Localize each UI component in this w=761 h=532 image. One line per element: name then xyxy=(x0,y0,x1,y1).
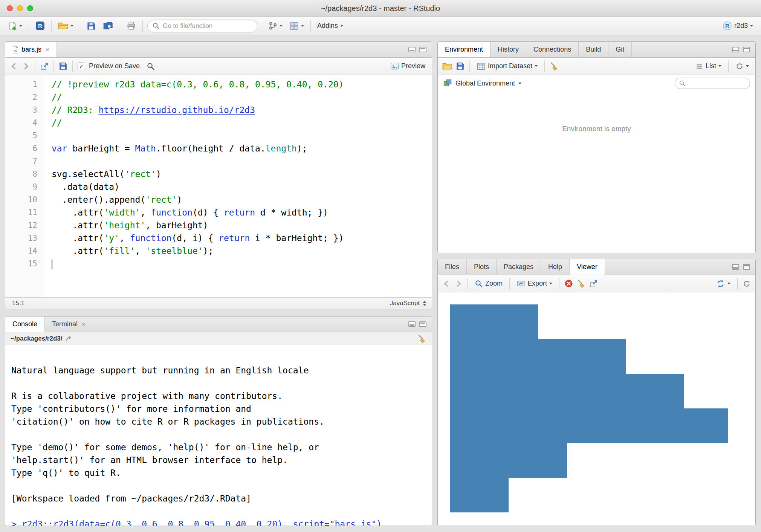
pane-window-controls xyxy=(403,316,432,332)
js-file-icon: JS xyxy=(12,46,18,54)
close-button[interactable] xyxy=(7,5,13,11)
export-button[interactable]: Export xyxy=(515,278,554,289)
find-replace-button[interactable] xyxy=(147,62,155,70)
clear-workspace-button[interactable] xyxy=(550,62,559,71)
maximize-pane-icon[interactable] xyxy=(419,321,426,327)
console-line xyxy=(11,428,432,441)
back-icon xyxy=(10,62,18,70)
tab-packages[interactable]: Packages xyxy=(497,259,541,275)
close-tab-icon[interactable]: × xyxy=(81,321,86,328)
line-number: 4 xyxy=(5,116,44,129)
save-all-button[interactable] xyxy=(101,20,115,32)
close-tab-icon[interactable]: × xyxy=(45,46,49,53)
code-line: // xyxy=(52,91,432,104)
project-menu-button[interactable]: R r2d3 xyxy=(721,20,755,32)
environment-toolbar: Import Dataset List xyxy=(438,58,755,75)
viewer-sync-button[interactable] xyxy=(714,278,732,289)
clear-console-button[interactable] xyxy=(417,334,426,343)
line-number: 3 xyxy=(5,104,44,116)
window-title: ~/packages/r2d3 - master - RStudio xyxy=(321,4,440,13)
line-number: 8 xyxy=(5,168,44,180)
titlebar: ~/packages/r2d3 - master - RStudio xyxy=(0,0,761,17)
version-control-icon xyxy=(269,21,277,30)
bar-chart xyxy=(450,304,755,512)
refresh-environment-button[interactable] xyxy=(733,61,751,72)
tab-git[interactable]: Git xyxy=(608,42,632,57)
broom-icon xyxy=(550,62,559,71)
line-numbers: 123456789101112131415 xyxy=(5,75,44,297)
new-project-button[interactable]: R xyxy=(34,20,47,32)
chart-bar xyxy=(450,478,509,512)
nav-back-button[interactable] xyxy=(10,62,18,70)
tab-build[interactable]: Build xyxy=(579,42,608,57)
open-file-button[interactable] xyxy=(56,20,75,31)
code-line xyxy=(52,155,432,168)
minimize-pane-icon[interactable] xyxy=(732,47,739,52)
preview-button[interactable]: Preview xyxy=(388,61,427,72)
goto-file-input[interactable] xyxy=(163,22,252,30)
save-button[interactable] xyxy=(85,20,98,32)
preview-on-save-checkbox[interactable]: ✓ xyxy=(78,63,85,70)
viewer-back-button[interactable] xyxy=(442,280,451,288)
viewer-popout-button[interactable] xyxy=(590,280,598,288)
maximize-pane-icon[interactable] xyxy=(743,264,750,270)
tab-connections[interactable]: Connections xyxy=(526,42,579,57)
clear-viewer-button[interactable] xyxy=(577,279,586,288)
scope-selector[interactable]: Global Environment xyxy=(455,79,515,87)
chevron-down-icon xyxy=(340,25,343,27)
tab-environment[interactable]: Environment xyxy=(438,42,491,57)
tab-bars-js[interactable]: JS bars.js × xyxy=(5,42,57,57)
tab-label: Console xyxy=(12,320,37,328)
console-output[interactable]: Natural language support but running in … xyxy=(5,345,432,526)
tab-console[interactable]: Console xyxy=(5,316,45,332)
open-new-window-button[interactable] xyxy=(40,62,49,70)
language-selector[interactable]: JavaScript xyxy=(390,300,426,307)
version-control-button[interactable] xyxy=(267,20,284,31)
import-dataset-button[interactable]: Import Dataset xyxy=(475,61,539,72)
minimize-pane-icon[interactable] xyxy=(408,321,416,327)
tab-history[interactable]: History xyxy=(491,42,526,57)
viewer-forward-button[interactable] xyxy=(454,280,463,288)
minimize-button[interactable] xyxy=(17,5,23,11)
goto-directory-button[interactable] xyxy=(66,335,73,342)
minimize-pane-icon[interactable] xyxy=(732,264,739,270)
updown-icon xyxy=(423,301,426,306)
load-workspace-button[interactable] xyxy=(442,62,452,70)
console-line: Type 'q()' to quit R. xyxy=(11,466,432,479)
environment-search-input[interactable] xyxy=(688,80,756,87)
zoom-button[interactable] xyxy=(27,5,33,11)
tab-viewer[interactable]: Viewer xyxy=(570,259,605,275)
open-folder-icon xyxy=(58,21,68,30)
list-view-button[interactable]: List xyxy=(694,61,723,71)
tab-plots[interactable]: Plots xyxy=(467,259,497,275)
viewer-refresh-button[interactable] xyxy=(743,280,751,288)
save-icon xyxy=(87,21,96,31)
save-source-button[interactable] xyxy=(59,62,67,70)
maximize-pane-icon[interactable] xyxy=(419,47,426,52)
environment-body: Environment is empty xyxy=(438,92,755,253)
chevron-down-icon xyxy=(19,25,22,27)
pane-layout-button[interactable] xyxy=(288,20,306,32)
tab-help[interactable]: Help xyxy=(541,259,570,275)
print-button[interactable] xyxy=(125,20,138,32)
minimize-pane-icon[interactable] xyxy=(408,47,416,52)
code-line: .enter().append('rect') xyxy=(52,193,432,206)
tab-terminal[interactable]: Terminal × xyxy=(45,316,93,332)
maximize-pane-icon[interactable] xyxy=(743,47,750,52)
tab-files[interactable]: Files xyxy=(438,259,467,275)
code-editor[interactable]: 123456789101112131415 // !preview r2d3 d… xyxy=(5,75,432,297)
remove-viewer-item-button[interactable] xyxy=(564,279,573,288)
toolbar-separator xyxy=(120,20,120,32)
nav-forward-button[interactable] xyxy=(22,62,30,70)
console-pane: Console Terminal × ~/packages/r2d3/ Natu… xyxy=(5,316,432,526)
refresh-icon xyxy=(743,280,751,288)
zoom-button-viewer[interactable]: Zoom xyxy=(473,278,504,289)
save-workspace-button[interactable] xyxy=(456,62,465,70)
source-tabstrip: JS bars.js × xyxy=(5,42,432,58)
toolbar-separator xyxy=(51,20,52,32)
new-file-button[interactable] xyxy=(6,20,24,32)
line-number: 12 xyxy=(5,219,44,232)
code-line: var barHeight = Math.floor(height / data… xyxy=(52,142,432,155)
addins-button[interactable]: Addins xyxy=(315,21,345,31)
console-line xyxy=(11,377,432,390)
